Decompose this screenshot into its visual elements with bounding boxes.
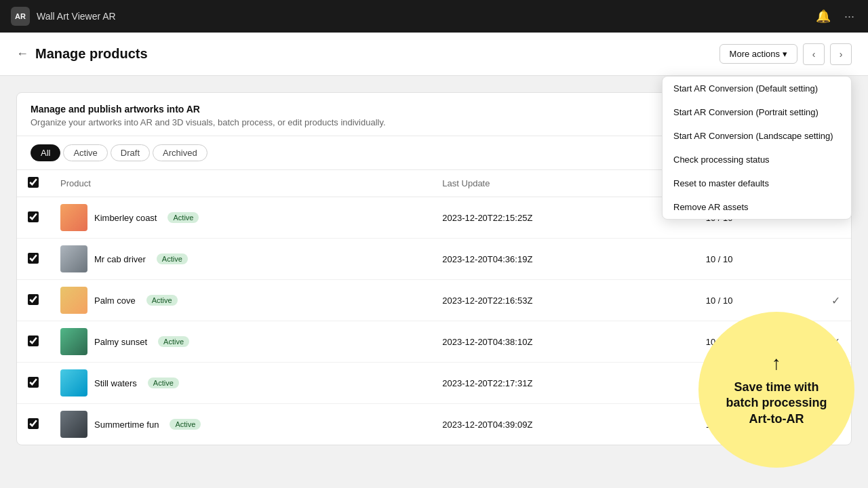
last-update-1: 2023-12-20T04:36:19Z [431, 239, 694, 280]
tooltip-arrow: ↑ [772, 352, 781, 374]
product-name-3: Palmy sunset [94, 337, 147, 347]
back-button[interactable]: ← [16, 47, 28, 61]
row-checkbox-5[interactable] [28, 418, 39, 429]
product-cell-3: Palmy sunset Active [60, 328, 420, 355]
product-thumbnail-3 [60, 328, 87, 355]
last-update-4: 2023-12-20T22:17:31Z [431, 363, 694, 404]
page-header: ← Manage products More actions ▾ ‹ › [0, 33, 868, 76]
status-badge-4: Active [148, 378, 179, 388]
product-name-1: Mr cab driver [94, 254, 146, 264]
col-last-update: Last Update [431, 170, 694, 197]
product-name-5: Summertime fun [94, 420, 159, 430]
dropdown-item-5[interactable]: Remove AR assets [663, 195, 851, 219]
more-icon[interactable]: ··· [842, 7, 857, 26]
chevron-down-icon: ▾ [783, 49, 787, 59]
select-all-checkbox[interactable] [28, 177, 39, 188]
tooltip-bubble: ↑ Save time with batch processing Art-to… [698, 312, 854, 468]
dropdown-item-1[interactable]: Start AR Conversion (Portrait setting) [663, 100, 851, 124]
app-icon: AR [11, 7, 30, 26]
page-title-row: ← Manage products [16, 46, 148, 62]
check-icon: ✓ [831, 295, 840, 306]
tab-active[interactable]: Active [63, 144, 107, 161]
main-content: Manage and publish artworks into AR Orga… [0, 76, 868, 488]
notification-icon[interactable]: 🔔 [813, 6, 833, 26]
product-cell-4: Still waters Active [60, 369, 420, 396]
status-badge-2: Active [146, 295, 178, 306]
product-cell-0: Kimberley coast Active [60, 204, 420, 231]
last-update-2: 2023-12-20T22:16:53Z [431, 280, 694, 321]
row-checkbox-3[interactable] [28, 336, 39, 346]
dropdown-menu: Start AR Conversion (Default setting)Sta… [662, 76, 852, 220]
last-update-0: 2023-12-20T22:15:25Z [431, 197, 694, 239]
dropdown-item-3[interactable]: Check processing status [663, 148, 851, 171]
tab-all[interactable]: All [31, 144, 60, 161]
page-title: Manage products [35, 46, 148, 62]
dropdown-item-2[interactable]: Start AR Conversion (Landscape setting) [663, 124, 851, 148]
product-name-4: Still waters [94, 378, 137, 388]
tab-archived[interactable]: Archived [153, 144, 208, 161]
nav-next-button[interactable]: › [830, 43, 852, 65]
table-row: Palm cove Active 2023-12-20T22:16:53Z 10… [17, 280, 851, 321]
product-cell-1: Mr cab driver Active [60, 245, 420, 272]
variants-1: 10 / 10 [695, 239, 821, 280]
check-cell-1 [821, 239, 851, 280]
col-product: Product [50, 170, 431, 197]
row-checkbox-4[interactable] [28, 377, 39, 388]
app-name: Wall Art Viewer AR [37, 11, 806, 22]
product-thumbnail-4 [60, 369, 87, 396]
table-row: Mr cab driver Active 2023-12-20T04:36:19… [17, 239, 851, 280]
product-cell-2: Palm cove Active [60, 287, 420, 314]
last-update-5: 2023-12-20T04:39:09Z [431, 404, 694, 445]
product-cell-5: Summertime fun Active [60, 411, 420, 438]
dropdown-item-0[interactable]: Start AR Conversion (Default setting) [663, 77, 851, 100]
product-name-2: Palm cove [94, 296, 136, 306]
product-name-0: Kimberley coast [94, 213, 157, 223]
status-badge-0: Active [167, 212, 199, 223]
product-thumbnail-2 [60, 287, 87, 314]
topbar-actions: 🔔 ··· [813, 6, 857, 26]
row-checkbox-1[interactable] [28, 253, 39, 264]
nav-prev-button[interactable]: ‹ [803, 43, 825, 65]
row-checkbox-0[interactable] [28, 211, 39, 222]
product-thumbnail-5 [60, 411, 87, 438]
status-badge-5: Active [170, 419, 201, 430]
more-actions-button[interactable]: More actions ▾ [719, 44, 797, 64]
tab-draft[interactable]: Draft [111, 144, 150, 161]
dropdown-item-4[interactable]: Reset to master defaults [663, 171, 851, 195]
header-right: More actions ▾ ‹ › [719, 43, 852, 65]
product-thumbnail-0 [60, 204, 87, 231]
last-update-3: 2023-12-20T04:38:10Z [431, 321, 694, 363]
topbar: AR Wall Art Viewer AR 🔔 ··· [0, 0, 868, 33]
tooltip-text: Save time with batch processing Art-to-A… [719, 380, 834, 427]
status-badge-1: Active [157, 253, 188, 264]
row-checkbox-2[interactable] [28, 294, 39, 305]
check-cell-2: ✓ [821, 280, 851, 321]
status-badge-3: Active [158, 336, 189, 347]
product-thumbnail-1 [60, 245, 87, 272]
